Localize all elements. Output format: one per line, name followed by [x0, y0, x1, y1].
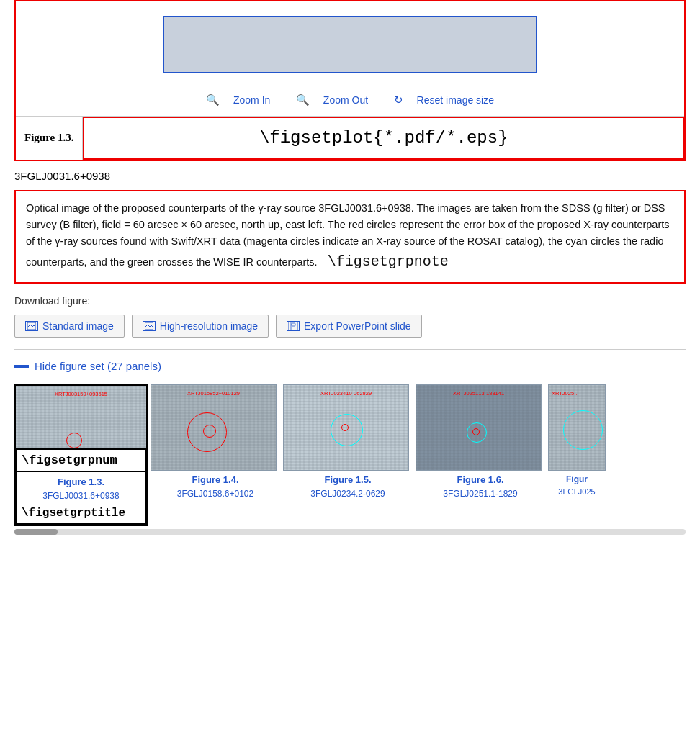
- divider: [14, 349, 686, 350]
- scrollbar-thumb[interactable]: [14, 529, 58, 535]
- reset-size-button[interactable]: ↻ Reset image size: [388, 92, 500, 109]
- panel-image-2: XRTJ015852+010129: [151, 384, 277, 471]
- first-panel-figure-link[interactable]: Figure 1.3.: [17, 475, 145, 489]
- figure-top-area: 🔍 Zoom In 🔍 Zoom Out ↻ Reset image size …: [14, 0, 686, 161]
- standard-image-button[interactable]: Standard image: [14, 315, 125, 338]
- zoom-in-button[interactable]: 🔍 Zoom In: [200, 92, 276, 109]
- export-ppt-icon: [287, 321, 300, 331]
- figure-set-toggle-label: Hide figure set (27 panels): [35, 358, 161, 375]
- panel-xrt-label: XRTJ003159+093615: [55, 390, 107, 398]
- reset-label: Reset image size: [417, 93, 494, 108]
- panel-figure-sub-2[interactable]: 3FGLJ0158.6+0102: [151, 487, 280, 500]
- figure-label: Figure 1.3.: [16, 117, 83, 160]
- hires-image-label: High-resolution image: [160, 320, 258, 332]
- reset-icon: ↻: [394, 92, 403, 109]
- zoom-out-label: Zoom Out: [323, 93, 368, 108]
- standard-image-icon: [25, 321, 38, 331]
- figure-panels: XRTJ003159+093615 \figsetgrpnum Figure 1…: [14, 384, 686, 526]
- panel-xrt-label-2: XRTJ015852+010129: [187, 389, 240, 397]
- panel-xrt-label-4: XRTJ025113-183141: [453, 389, 504, 397]
- panel-image-3: XRTJ023410-062829: [283, 384, 409, 471]
- panel-circle-red-3: [341, 424, 349, 431]
- panel-item-4: XRTJ025113-183141 Figure 1.6. 3FGLJ0251.…: [416, 384, 545, 526]
- zoom-out-icon: 🔍: [296, 92, 310, 109]
- first-panel-figure-link-wrap: Figure 1.3. 3FGLJ0031.6+0938: [16, 472, 146, 503]
- panel-xrt-label-3: XRTJ023410-062829: [320, 389, 372, 397]
- figure-caption: Optical image of the proposed counterpar…: [14, 190, 686, 284]
- standard-image-label: Standard image: [42, 320, 114, 332]
- first-panel-figure-sub[interactable]: 3FGLJ0031.6+0938: [17, 489, 145, 502]
- page-container: 🔍 Zoom In 🔍 Zoom Out ↻ Reset image size …: [0, 0, 700, 549]
- panel-figure-sub-3[interactable]: 3FGLJ0234.2-0629: [283, 487, 413, 500]
- panel-circle-red: [66, 433, 82, 448]
- export-ppt-label: Export PowerPoint slide: [304, 320, 411, 332]
- zoom-out-button[interactable]: 🔍 Zoom Out: [290, 92, 374, 109]
- figure-plot-placeholder: \figsetplot{*.pdf/*.eps}: [83, 117, 684, 160]
- first-panel-image: XRTJ003159+093615 \figsetgrpnum: [16, 386, 146, 472]
- zoom-in-icon: 🔍: [206, 92, 220, 109]
- panel-xrt-label-5: XRTJ025...: [552, 389, 578, 397]
- scrollbar-track[interactable]: [14, 529, 686, 535]
- hires-image-button[interactable]: High-resolution image: [132, 315, 269, 338]
- figure-label-row: Figure 1.3. \figsetplot{*.pdf/*.eps}: [16, 116, 684, 160]
- zoom-controls: 🔍 Zoom In 🔍 Zoom Out ↻ Reset image size: [16, 88, 684, 116]
- figset-note: \figsetgrpnote: [328, 253, 449, 270]
- zoom-in-label: Zoom In: [233, 93, 270, 108]
- panel-circle-large-2: [187, 412, 227, 452]
- download-buttons: Standard image High-resolution image Exp…: [14, 315, 686, 338]
- hires-image-icon: [143, 321, 156, 331]
- figsetgrpnum-box: \figsetgrpnum: [16, 448, 146, 473]
- panel-item-3: XRTJ023410-062829 Figure 1.5. 3FGLJ0234.…: [283, 384, 413, 526]
- panel-circle-cyan-5: [563, 410, 603, 450]
- panel-figure-sub-4[interactable]: 3FGLJ0251.1-1829: [416, 487, 545, 500]
- figure-set-toggle[interactable]: Hide figure set (27 panels): [14, 358, 686, 375]
- panel-item-first: XRTJ003159+093615 \figsetgrpnum Figure 1…: [14, 384, 148, 526]
- panel-figure-link-2[interactable]: Figure 1.4.: [151, 473, 280, 487]
- download-section: Download figure: Standard image High-res…: [14, 294, 686, 338]
- panel-figure-link-4[interactable]: Figure 1.6.: [416, 473, 545, 487]
- toggle-bar-icon: [14, 365, 29, 368]
- download-label: Download figure:: [14, 294, 686, 309]
- panel-image-4: XRTJ025113-183141: [416, 384, 542, 471]
- figsetgrptitle-box: \figsetgrptitle: [16, 503, 146, 525]
- svg-rect-4: [292, 323, 295, 326]
- panel-circle-red-4: [472, 428, 480, 435]
- figure-group-id: 3FGLJ0031.6+0938: [14, 168, 686, 185]
- export-ppt-button[interactable]: Export PowerPoint slide: [276, 315, 422, 338]
- panel-figure-link-3[interactable]: Figure 1.5.: [283, 473, 413, 487]
- panel-item-2: XRTJ015852+010129 Figure 1.4. 3FGLJ0158.…: [151, 384, 280, 526]
- panel-image-5: XRTJ025...: [548, 384, 606, 471]
- panel-figure-sub-5[interactable]: 3FGLJ025: [548, 486, 606, 498]
- panel-item-5: XRTJ025... Figur 3FGLJ025: [548, 384, 606, 526]
- figure-image: [163, 16, 537, 73]
- panel-figure-link-5[interactable]: Figur: [548, 473, 606, 486]
